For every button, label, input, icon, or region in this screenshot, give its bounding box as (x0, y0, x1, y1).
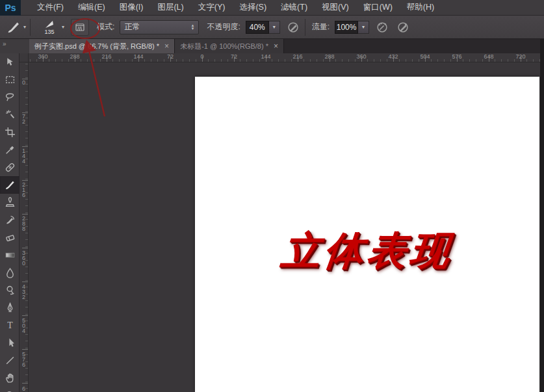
menu-item-8[interactable]: 窗口(W) (356, 0, 400, 16)
ruler-h-label: 504 (417, 53, 434, 60)
hand-icon (5, 372, 16, 384)
tool-eyedropper[interactable] (0, 141, 19, 159)
ruler-v-label: 432 (19, 284, 28, 300)
menu-item-6[interactable]: 滤镜(T) (274, 0, 315, 16)
tool-history-brush[interactable] (0, 211, 19, 229)
type-icon: T (5, 320, 16, 331)
brush-size-value: 135 (45, 29, 55, 34)
menu-item-0[interactable]: 文件(F) (30, 0, 71, 16)
menu-item-9[interactable]: 帮助(H) (400, 0, 441, 16)
close-tab-icon[interactable]: × (274, 43, 278, 49)
tool-lasso[interactable] (0, 88, 19, 106)
separator (30, 19, 31, 36)
tool-pen[interactable] (0, 299, 19, 317)
ruler-v-label: 0 (19, 80, 28, 85)
document-tab-active[interactable]: 例子实图.psd @ 66.7% (背景, RGB/8) * × (29, 39, 175, 53)
ruler-origin-corner[interactable] (19, 53, 29, 62)
menu-item-4[interactable]: 文字(Y) (191, 0, 233, 16)
ruler-h-label: 216 (98, 53, 115, 60)
menu-item-3[interactable]: 图层(L) (150, 0, 190, 16)
brush-panel-toggle-button[interactable] (71, 19, 89, 36)
document-canvas[interactable]: 立体表现 (195, 77, 539, 392)
tool-preset-caret-icon[interactable]: ▾ (23, 24, 26, 30)
ruler-v-label: 360 (19, 250, 28, 266)
opacity-caret-button[interactable]: ▾ (269, 21, 280, 34)
tool-dodge[interactable] (0, 281, 19, 299)
tool-line[interactable] (0, 352, 19, 369)
airbrush-button[interactable] (374, 20, 390, 35)
tool-gradient[interactable] (0, 246, 19, 264)
tool-blur[interactable] (0, 264, 19, 281)
ruler-h-label: 216 (289, 53, 306, 60)
tool-brush[interactable] (0, 176, 19, 194)
lasso-icon (5, 92, 16, 103)
ruler-v-label: 216 (19, 182, 28, 198)
ruler-h-label: 432 (385, 53, 402, 60)
updown-arrows-icon: ▲▼ (190, 24, 194, 31)
close-tab-icon[interactable]: × (164, 43, 169, 49)
brush-preset-caret-icon[interactable]: ▾ (62, 24, 64, 30)
canvas-3d-text: 立体表现 (192, 225, 543, 278)
pressure-size-button[interactable] (395, 20, 411, 35)
options-bar: ▾ 135 ▾ 模式: 正常 ▲▼ 不透明度: 40% ▾ 流量: (0, 16, 544, 39)
tool-type[interactable]: T (0, 317, 19, 334)
menu-item-2[interactable]: 图像(I) (112, 0, 151, 16)
menu-bar: Ps 文件(F)编辑(E)图像(I)图层(L)文字(Y)选择(S)滤镜(T)视图… (0, 0, 544, 16)
ruler-h-label: 288 (66, 53, 83, 60)
menu-item-1[interactable]: 编辑(E) (71, 0, 112, 16)
path-selection-icon (5, 337, 16, 348)
crop-icon (5, 127, 16, 138)
document-tab-title: 未标题-1 @ 100%(RGB/8) * (180, 42, 268, 51)
tool-eraser[interactable] (0, 229, 19, 246)
panel-edge (540, 39, 544, 392)
tool-magic-wand[interactable] (0, 106, 19, 124)
tool-crop[interactable] (0, 124, 19, 141)
menu-item-7[interactable]: 视图(V) (315, 0, 356, 16)
magic-wand-icon (5, 109, 16, 120)
svg-text:T: T (7, 320, 13, 330)
brush-panel-icon (75, 22, 85, 33)
ruler-v-label: 72 (19, 114, 28, 124)
horizontal-ruler[interactable]: 3602882161447207214421628836043250457664… (29, 53, 544, 62)
ruler-h-label: 648 (480, 53, 497, 60)
brush-preset-picker[interactable]: 135 (38, 18, 60, 37)
toolbar-collapse-button[interactable]: » (3, 40, 6, 47)
ruler-h-label: 288 (321, 53, 338, 60)
tool-hand[interactable] (0, 369, 19, 387)
history-brush-icon (5, 215, 16, 226)
pen-icon (5, 302, 16, 313)
pressure-opacity-button[interactable] (285, 20, 301, 35)
current-tool-brush-icon[interactable] (5, 19, 22, 36)
brush-icon (5, 179, 16, 190)
photoshop-logo: Ps (0, 0, 21, 16)
clone-stamp-icon (5, 197, 16, 208)
canvas-workspace[interactable]: 立体表现 (29, 62, 544, 392)
ruler-h-label: 144 (130, 53, 147, 60)
ruler-h-label: 72 (162, 53, 179, 60)
menu-item-5[interactable]: 选择(S) (232, 0, 274, 16)
blend-mode-value: 正常 (124, 21, 140, 33)
tool-move[interactable] (0, 53, 19, 71)
brush-tip-icon (44, 20, 55, 29)
tool-healing-brush[interactable] (0, 159, 19, 176)
marquee-icon (5, 74, 16, 85)
tools-panel: T (0, 53, 19, 392)
ruler-h-label: 0 (194, 53, 211, 60)
healing-brush-icon (5, 162, 16, 173)
opacity-input[interactable]: 40% (246, 21, 269, 34)
tool-clone-stamp[interactable] (0, 194, 19, 211)
document-tab-inactive[interactable]: 未标题-1 @ 100%(RGB/8) * × (175, 39, 284, 53)
eyedropper-icon (5, 144, 16, 155)
line-icon (5, 355, 16, 366)
menu-items: 文件(F)编辑(E)图像(I)图层(L)文字(Y)选择(S)滤镜(T)视图(V)… (30, 0, 441, 16)
flow-caret-button[interactable]: ▾ (358, 21, 369, 34)
ruler-v-label: 288 (19, 216, 28, 231)
dodge-icon (5, 285, 16, 296)
tool-path-selection[interactable] (0, 334, 19, 352)
flow-label: 流量: (312, 21, 330, 33)
tool-zoom[interactable] (0, 387, 19, 392)
flow-input[interactable]: 100% (335, 21, 358, 34)
blend-mode-select[interactable]: 正常 ▲▼ (120, 20, 199, 34)
tool-marquee[interactable] (0, 71, 19, 88)
vertical-ruler[interactable]: 072144216288360432504576648 (19, 62, 29, 392)
